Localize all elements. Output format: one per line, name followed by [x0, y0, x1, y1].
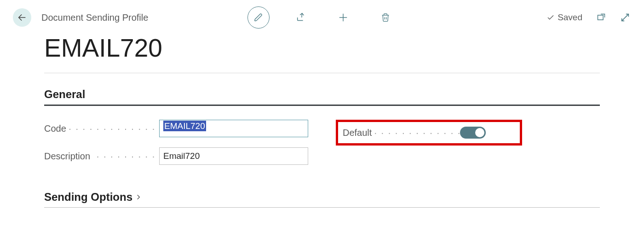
- code-label: Code: [44, 123, 159, 134]
- popout-icon: [596, 13, 606, 22]
- description-label: Description: [44, 151, 159, 162]
- saved-label: Saved: [558, 12, 582, 23]
- edit-button[interactable]: [247, 6, 270, 29]
- form-col-right: Default: [336, 120, 600, 165]
- expand-arrows-icon: [620, 12, 630, 23]
- description-input[interactable]: [159, 147, 308, 165]
- check-icon: [546, 13, 555, 22]
- code-input[interactable]: EMAIL720: [159, 120, 308, 137]
- toolbar: [247, 6, 397, 29]
- trash-icon: [381, 12, 390, 23]
- right-cluster: Saved: [546, 12, 630, 23]
- svg-rect-5: [598, 15, 604, 20]
- back-button[interactable]: [13, 8, 31, 27]
- default-toggle[interactable]: [460, 127, 486, 139]
- default-label: Default: [343, 128, 460, 138]
- code-field-row: Code EMAIL720: [44, 120, 308, 137]
- section-sending-options[interactable]: Sending Options: [44, 191, 600, 208]
- record-title: EMAIL720: [44, 33, 600, 63]
- section-general-heading: General: [44, 88, 600, 106]
- divider: [44, 73, 600, 73]
- plus-icon: [338, 12, 348, 23]
- general-form: Code EMAIL720 Description Default: [44, 120, 600, 165]
- delete-button[interactable]: [374, 6, 397, 29]
- share-button[interactable]: [290, 6, 312, 29]
- svg-line-6: [622, 14, 629, 21]
- page-label: Document Sending Profile: [41, 12, 148, 23]
- saved-indicator: Saved: [546, 12, 582, 23]
- chevron-right-icon: [135, 193, 142, 201]
- description-field-row: Description: [44, 147, 308, 165]
- popout-button[interactable]: [596, 13, 606, 22]
- back-arrow-icon: [17, 12, 27, 23]
- expand-button[interactable]: [620, 12, 630, 23]
- app-bar: Document Sending Profile Saved: [0, 0, 644, 30]
- new-button[interactable]: [332, 6, 354, 29]
- form-col-left: Code EMAIL720 Description: [44, 120, 308, 165]
- sending-options-label: Sending Options: [44, 191, 132, 204]
- default-highlight: Default: [336, 120, 522, 146]
- share-icon: [296, 12, 306, 23]
- content: EMAIL720 General Code EMAIL720 Descripti…: [0, 33, 644, 208]
- pencil-icon: [254, 13, 263, 22]
